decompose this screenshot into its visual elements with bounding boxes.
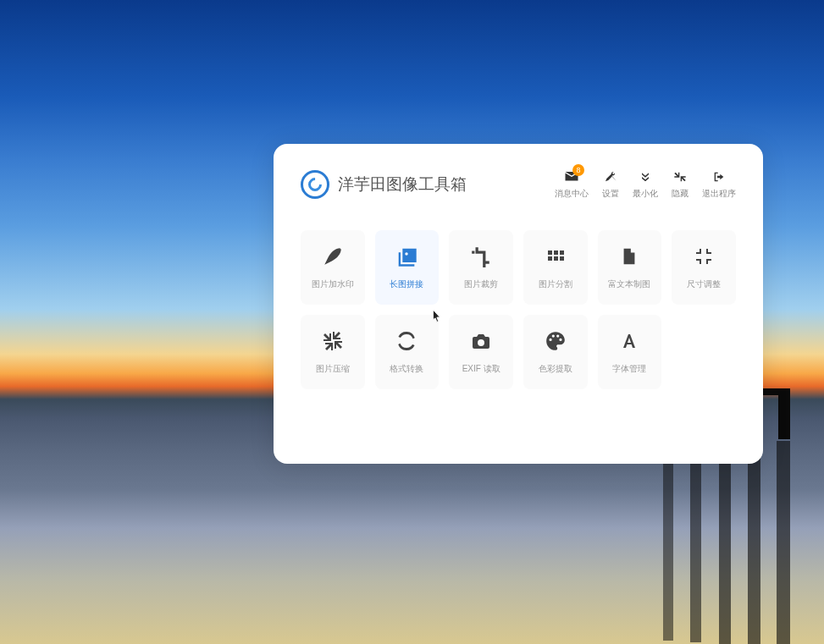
nav-hide[interactable]: 隐藏 (672, 169, 689, 200)
app-logo-icon (301, 170, 329, 199)
svg-rect-2 (560, 250, 564, 255)
tool-split[interactable]: 图片分割 (523, 230, 588, 305)
tool-font[interactable]: 字体管理 (598, 315, 662, 389)
notification-badge: 8 (572, 164, 584, 176)
nav-settings[interactable]: 设置 (602, 169, 619, 200)
chevron-down-double-icon (638, 169, 653, 184)
tool-watermark-label: 图片加水印 (312, 278, 354, 290)
nav-settings-label: 设置 (602, 188, 619, 200)
nav-notification-label: 消息中心 (555, 188, 589, 200)
tool-longsplice[interactable]: 长图拼接 (375, 230, 440, 305)
tool-convert-label: 格式转换 (390, 363, 423, 375)
tool-colorpick-label: 色彩提取 (539, 363, 572, 375)
compress-icon (691, 245, 716, 268)
images-icon (394, 245, 419, 268)
tool-split-label: 图片分割 (539, 278, 572, 290)
app-window: 洋芋田图像工具箱 8 消息中心 设置 最小化 (274, 144, 763, 464)
envelope-icon: 8 (564, 169, 579, 184)
header: 洋芋田图像工具箱 8 消息中心 设置 最小化 (301, 169, 736, 200)
svg-rect-1 (554, 250, 558, 255)
nav-exit[interactable]: 退出程序 (702, 169, 736, 200)
svg-rect-5 (560, 256, 564, 261)
tool-richtext-label: 富文本制图 (608, 278, 650, 290)
tool-compress-label: 图片压缩 (316, 363, 350, 375)
tool-watermark[interactable]: 图片加水印 (301, 230, 365, 305)
tool-colorpick[interactable]: 色彩提取 (523, 315, 588, 389)
top-nav: 8 消息中心 设置 最小化 隐藏 (555, 169, 736, 200)
tools-icon (603, 169, 618, 184)
tool-crop[interactable]: 图片裁剪 (449, 230, 513, 305)
camera-icon (468, 329, 494, 353)
tool-font-label: 字体管理 (612, 363, 646, 375)
sync-icon (394, 329, 419, 353)
tool-longsplice-label: 长图拼接 (390, 278, 423, 290)
file-icon (617, 245, 642, 268)
tool-resize[interactable]: 尺寸调整 (672, 230, 736, 305)
nav-exit-label: 退出程序 (702, 188, 736, 200)
exit-icon (711, 169, 727, 184)
tool-grid: 图片加水印 长图拼接 图片裁剪 图片分割 富文本制图 (301, 230, 736, 389)
crop-icon (468, 245, 494, 268)
tool-richtext[interactable]: 富文本制图 (598, 230, 662, 305)
tool-compress[interactable]: 图片压缩 (301, 315, 365, 389)
svg-rect-0 (548, 250, 552, 255)
grid-icon (543, 245, 568, 268)
nav-minimize-label: 最小化 (633, 188, 658, 200)
tool-resize-label: 尺寸调整 (687, 278, 721, 290)
nav-notification[interactable]: 8 消息中心 (555, 169, 589, 200)
nav-hide-label: 隐藏 (672, 188, 689, 200)
tool-exif-label: EXIF 读取 (462, 363, 500, 375)
nav-minimize[interactable]: 最小化 (633, 169, 658, 200)
brand: 洋芋田图像工具箱 (301, 170, 467, 199)
tool-convert[interactable]: 格式转换 (375, 315, 440, 389)
feather-icon (320, 245, 346, 268)
tool-crop-label: 图片裁剪 (464, 278, 498, 290)
app-title: 洋芋田图像工具箱 (338, 173, 467, 195)
svg-rect-3 (548, 256, 552, 261)
tool-exif[interactable]: EXIF 读取 (449, 315, 513, 389)
compress-diagonal-icon (672, 169, 688, 184)
svg-rect-4 (554, 256, 558, 261)
palette-icon (543, 329, 568, 353)
font-icon (617, 329, 642, 353)
arrows-in-icon (320, 329, 346, 353)
